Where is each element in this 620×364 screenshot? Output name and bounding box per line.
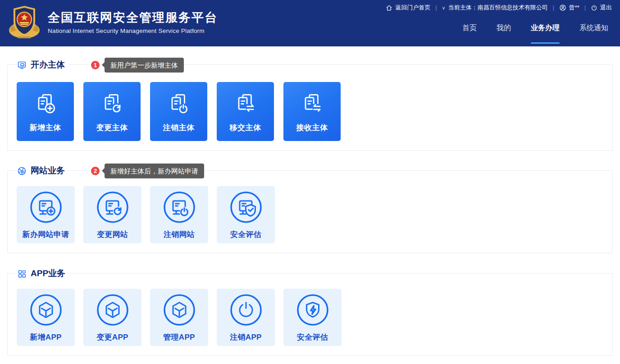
- card-add-subject[interactable]: 新增主体: [17, 82, 74, 141]
- username: 曾**: [569, 4, 579, 12]
- section-title: 开办主体: [31, 59, 65, 71]
- nav-tab-notifications[interactable]: 系统通知: [579, 23, 608, 36]
- section-subject-head: 开办主体 1 新用户第一步新增主体: [17, 57, 184, 73]
- power-circle-icon: [229, 293, 263, 327]
- main-nav: 首页 我的 业务办理 系统通知: [462, 23, 608, 36]
- browser-window-icon: [17, 60, 27, 70]
- nav-tab-business[interactable]: 业务办理: [531, 23, 560, 36]
- nav-tab-home[interactable]: 首页: [462, 23, 477, 36]
- header-bar: 返回门户首页 | ∨ 当前主体：南昌百恒信息技术有限公司 | 曾** |: [0, 0, 620, 46]
- user-menu[interactable]: 曾**: [559, 4, 579, 12]
- card-receive-subject[interactable]: 接收主体: [283, 82, 341, 141]
- doc-power-icon: [166, 91, 192, 117]
- nav-tab-mine[interactable]: 我的: [497, 23, 511, 36]
- user-icon: [559, 4, 566, 11]
- logout-label: 退出: [600, 4, 612, 12]
- app-box-icon: [29, 293, 63, 327]
- back-to-portal-link[interactable]: 返回门户首页: [386, 4, 430, 12]
- app-box-icon: [96, 293, 130, 327]
- power-icon: [591, 5, 597, 11]
- card-manage-app[interactable]: 管理APP: [150, 289, 208, 346]
- home-icon: [386, 5, 392, 11]
- step-badge: 2: [91, 167, 100, 175]
- card-cancel-subject[interactable]: 注销主体: [150, 82, 207, 141]
- brand: 全国互联网安全管理服务平台 National Internet Security…: [7, 4, 218, 41]
- logout-button[interactable]: 退出: [591, 4, 612, 12]
- doc-plus-icon: [32, 91, 59, 117]
- website-cards: 新办网站申请 变更网站: [17, 186, 603, 243]
- step-badge: 1: [91, 61, 100, 69]
- monitor-power-icon: [162, 190, 196, 224]
- section-title: APP业务: [31, 268, 65, 279]
- card-change-website[interactable]: 变更网站: [83, 186, 141, 243]
- card-transfer-subject[interactable]: 移交主体: [217, 82, 274, 141]
- divider: |: [553, 5, 554, 11]
- app-cards: 新增APP 变更APP: [17, 289, 603, 346]
- app-box-icon: [162, 293, 196, 327]
- subject-cards: 新增主体 变更主体: [17, 82, 603, 141]
- shield-bolt-icon: [296, 293, 330, 327]
- current-subject-selector[interactable]: ∨ 当前主体：南昌百恒信息技术有限公司: [442, 4, 548, 12]
- section-website-head: 网站业务 2 新增好主体后，新办网站申请: [17, 163, 204, 178]
- divider: |: [584, 5, 586, 11]
- card-change-subject[interactable]: 变更主体: [83, 82, 141, 141]
- card-change-app[interactable]: 变更APP: [83, 289, 141, 346]
- chevron-down-icon: ∨: [442, 5, 446, 10]
- card-add-app[interactable]: 新增APP: [17, 289, 75, 346]
- section-title: 网站业务: [31, 165, 65, 177]
- current-subject-label: 当前主体：南昌百恒信息技术有限公司: [448, 4, 548, 12]
- monitor-refresh-icon: [96, 190, 130, 224]
- back-to-portal-label: 返回门户首页: [395, 4, 430, 12]
- doc-receive-icon: [299, 91, 325, 117]
- card-cancel-app[interactable]: 注销APP: [217, 289, 275, 346]
- card-security-assessment-website[interactable]: 安全评估: [217, 186, 275, 243]
- main-content: 开办主体 1 新用户第一步新增主体 新增主体: [7, 64, 613, 356]
- divider: |: [435, 5, 437, 11]
- globe-icon: [17, 166, 27, 176]
- step-tooltip: 新增好主体后，新办网站申请: [105, 164, 204, 178]
- platform-subtitle: National Internet Security Management Se…: [48, 27, 218, 34]
- monitor-plus-icon: [29, 190, 63, 224]
- police-badge-logo: [7, 4, 41, 41]
- section-subject: 开办主体 1 新用户第一步新增主体 新增主体: [7, 64, 613, 151]
- doc-transfer-icon: [232, 91, 259, 117]
- platform-title: 全国互联网安全管理服务平台: [48, 11, 218, 25]
- section-app: APP业务 新增APP: [7, 273, 613, 356]
- app-grid-icon: [17, 269, 27, 278]
- card-cancel-website[interactable]: 注销网站: [150, 186, 208, 243]
- step-tooltip: 新用户第一步新增主体: [105, 58, 184, 73]
- card-security-assessment-app[interactable]: 安全评估: [283, 289, 342, 346]
- monitor-shield-icon: [229, 190, 263, 224]
- doc-refresh-icon: [99, 91, 125, 117]
- section-app-head: APP业务: [17, 266, 68, 281]
- card-new-website-application[interactable]: 新办网站申请: [17, 186, 75, 243]
- section-website: 网站业务 2 新增好主体后，新办网站申请: [7, 170, 613, 253]
